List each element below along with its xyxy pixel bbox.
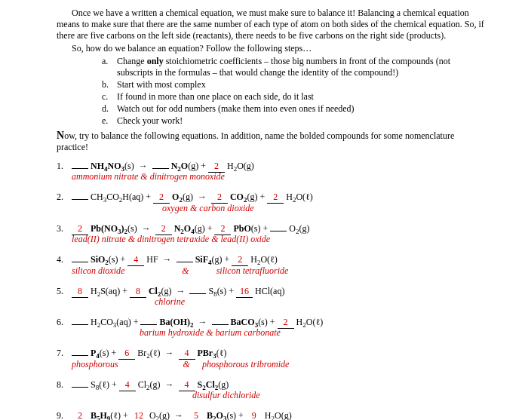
now-paragraph: Now, try to balance the following equati… bbox=[57, 130, 487, 153]
eq-names: silicon dioxide & silicon tetrafluoride bbox=[72, 265, 487, 277]
step-text: If found in more than one place on each … bbox=[117, 91, 487, 103]
equation-6: 6. H2CO3(aq) + Ba(OH)2 → BaCO3(s) + 2 H2… bbox=[57, 317, 487, 339]
eq-number: 3. bbox=[57, 223, 72, 235]
equation-9: 9. 2 B5H9(ℓ) + 12 O2(g) → 5 B2O3(s) + 9 … bbox=[57, 410, 487, 420]
eq-names: chlorine bbox=[155, 296, 487, 308]
eq-content: S8(ℓ) + 4 Cl2(g) → 4 S2Cl2(g) bbox=[72, 379, 487, 391]
step-letter: d. bbox=[102, 103, 117, 115]
eq-names: barium hydroxide & barium carbonate bbox=[140, 327, 487, 339]
eq-names: phosphorous & phosphorous tribromide bbox=[72, 359, 487, 370]
eq-content: 2 B5H9(ℓ) + 12 O2(g) → 5 B2O3(s) + 9 H2O… bbox=[72, 410, 487, 420]
equation-1: 1. NH4NO3(s) → N2O(g) + 2 H2O(g) ammoniu… bbox=[57, 161, 487, 182]
step-text: Check your work! bbox=[117, 115, 487, 127]
equation-2: 2. CH3CO2H(aq) + 2 O2(g) → 2 CO2(g) + 2 … bbox=[57, 192, 487, 213]
eq-number: 6. bbox=[57, 317, 72, 328]
step-letter: e. bbox=[102, 115, 117, 127]
intro-paragraph: Once we have a written a chemical equati… bbox=[57, 8, 487, 41]
eq-number: 1. bbox=[57, 161, 72, 172]
step-letter: c. bbox=[102, 91, 117, 103]
step-e: e. Check your work! bbox=[102, 115, 487, 127]
step-text: Watch out for odd numbers (make them int… bbox=[117, 103, 487, 115]
eq-names: ammonium nitrate & dinitrogen monoxide bbox=[72, 171, 487, 182]
intro-steps-lead: So, how do we balance an equation? Follo… bbox=[57, 43, 487, 54]
document-page: Once we have a written a chemical equati… bbox=[0, 0, 528, 420]
step-c: c. If found in more than one place on ea… bbox=[102, 91, 487, 103]
eq-number: 4. bbox=[57, 254, 72, 265]
step-d: d. Watch out for odd numbers (make them … bbox=[102, 103, 487, 115]
eq-content: 8 H2S(aq) + 8 Cl2(g) → S8(s) + 16 HCl(aq… bbox=[72, 286, 487, 298]
steps-list: a. Change only stoichiometric coefficien… bbox=[102, 56, 487, 127]
step-text: Change only stoichiometric coefficients … bbox=[117, 56, 487, 78]
now-bold: N bbox=[57, 130, 64, 141]
eq-number: 5. bbox=[57, 286, 72, 297]
eq-names: oxygen & carbon dioxide bbox=[162, 203, 487, 214]
eq-names: disulfur dichloride bbox=[192, 390, 487, 401]
equation-3: 3. 2 Pb(NO3)2(s) → 2 N2O4(g) + 2 PbO(s) … bbox=[57, 223, 487, 245]
step-letter: b. bbox=[102, 79, 117, 90]
equation-4: 4. SiO2(s) + 4 HF → SiF4(g) + 2 H2O(ℓ) s… bbox=[57, 254, 487, 276]
step-b: b. Start with most complex bbox=[102, 79, 487, 90]
eq-content: CH3CO2H(aq) + 2 O2(g) → 2 CO2(g) + 2 H2O… bbox=[72, 192, 487, 204]
eq-names: lead(II) nitrate & dinitrogen tetraxide … bbox=[72, 234, 487, 245]
equation-5: 5. 8 H2S(aq) + 8 Cl2(g) → S8(s) + 16 HCl… bbox=[57, 286, 487, 308]
now-rest: ow, try to balance the following equatio… bbox=[57, 130, 454, 152]
step-letter: a. bbox=[102, 56, 117, 78]
eq-number: 7. bbox=[57, 348, 72, 359]
equation-8: 8. S8(ℓ) + 4 Cl2(g) → 4 S2Cl2(g) disulfu… bbox=[57, 379, 487, 401]
step-text: Start with most complex bbox=[117, 79, 487, 90]
equations-list: 1. NH4NO3(s) → N2O(g) + 2 H2O(g) ammoniu… bbox=[57, 161, 487, 420]
equation-7: 7. P4(s) + 6 Br2(ℓ) → 4 PBr3(ℓ) phosphor… bbox=[57, 348, 487, 369]
eq-number: 2. bbox=[57, 192, 72, 203]
step-a: a. Change only stoichiometric coefficien… bbox=[102, 56, 487, 78]
eq-number: 8. bbox=[57, 379, 72, 391]
eq-number: 9. bbox=[57, 410, 72, 420]
